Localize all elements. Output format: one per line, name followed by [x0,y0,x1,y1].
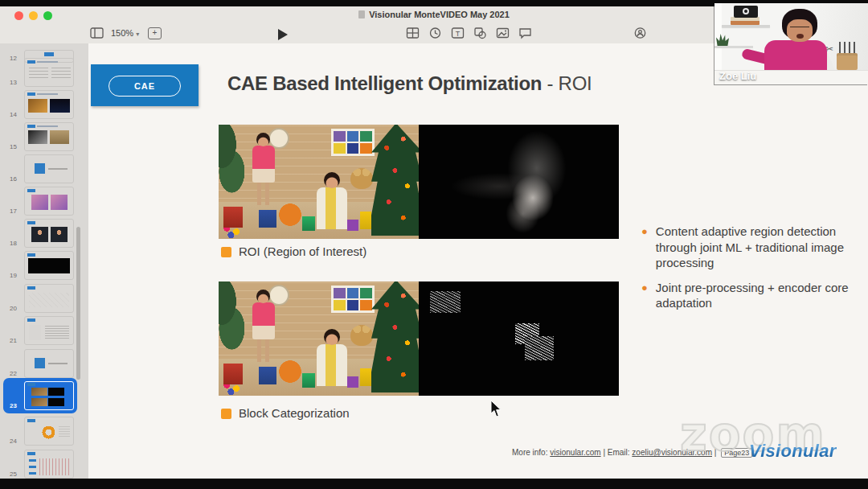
thumbnail-preview [24,122,74,151]
bullet-item: ●Joint pre-processing + encoder core ada… [641,280,863,311]
view-sidebar-toggle-button[interactable] [90,27,104,39]
thumbnail-preview [24,58,74,87]
block-categorization-map [419,281,619,396]
thumbnail-preview [24,90,74,119]
slide-thumbnail-21[interactable]: 21 [3,314,77,347]
camera-prop-icon [734,6,758,18]
cae-badge[interactable]: CAE [91,64,199,106]
orange-square-bullet [221,409,231,419]
play-button[interactable] [278,29,288,40]
block-patch [430,291,461,313]
christmas-scene-photo [219,281,419,396]
slide-title[interactable]: CAE Based Intelligent Optimization - ROI [227,72,592,95]
bullet-item: ●Content adaptive region detection throu… [641,224,863,271]
roi-label[interactable]: ROI (Region of Interest) [221,244,366,258]
slide-thumbnail-25[interactable]: 25 [3,448,77,479]
thumbnail-preview [24,316,74,345]
slide-thumbnail-22[interactable]: 22 [3,347,77,380]
slide-thumbnail-23-selected[interactable]: 23 [3,378,77,413]
roi-saliency-map [419,125,619,239]
bullet-dot: ● [641,224,648,271]
slide-thumbnail-19[interactable]: 19 [3,249,77,281]
webcam-shelf [714,46,753,48]
bullet-dot: ● [641,280,648,311]
visionular-logo: Visionular [749,441,837,462]
roi-figure[interactable] [219,125,619,239]
slide-thumbnail-20[interactable]: 20 [3,282,77,314]
slide-thumbnail-17[interactable]: 17 [3,185,77,217]
block-categorization-label[interactable]: Block Categorization [221,406,350,420]
block-categorization-figure[interactable] [219,281,619,396]
webcam-desk-organizer [837,53,858,70]
table-icon[interactable] [406,27,420,39]
christmas-scene-photo [219,125,419,239]
slide-thumbnail-16[interactable]: 16 [3,153,77,185]
slide-thumbnail-18[interactable]: 18 [3,217,77,249]
comment-icon[interactable] [518,27,532,39]
zoom-level-dropdown[interactable]: 150%▾ [111,28,139,38]
slide-thumbnail-24[interactable]: 24 [3,415,77,447]
thumbnail-preview [24,251,74,280]
webcam-shelf [722,25,770,27]
collaborate-icon[interactable] [633,27,647,39]
thumbnail-preview [24,450,74,479]
chart-clock-icon[interactable] [428,27,442,39]
email-link[interactable]: zoeliu@visionular.com [632,448,712,457]
slide-footer: More info: visionular.com | Email: zoeli… [512,448,752,458]
orange-square-bullet [221,247,231,257]
cae-badge-label: CAE [108,76,181,97]
text-box-icon[interactable]: T [451,27,465,39]
mouse-cursor [490,401,503,418]
letterbox-bottom [0,479,868,489]
presenter-face [787,19,813,42]
thumbnail-preview [24,154,74,183]
sidebar-scrollbar[interactable] [76,227,80,380]
presenter-video[interactable]: ✂ Zoe Liu [714,3,868,84]
webcam-pencils [839,42,855,53]
block-patch [525,336,554,360]
slide-thumbnail-13[interactable]: 13 [3,56,77,88]
thumbnail-preview [24,284,74,313]
media-icon[interactable] [496,27,510,39]
visionular-site-link[interactable]: visionular.com [550,448,600,457]
webcam-books [731,17,760,25]
thumbnail-preview [24,417,74,446]
photo-presents-buckets [219,125,419,239]
bullet-list[interactable]: ●Content adaptive region detection throu… [641,224,863,320]
photo-presents-buckets [219,281,419,396]
svg-text:T: T [456,30,461,38]
thumbnail-preview [24,187,74,216]
slide-navigator-sidebar: 12 13 14 15 16 17 18 19 20 21 22 23 24 2… [0,43,89,479]
presenter-name-label: Zoe Liu [719,70,756,82]
chevron-down-icon: ▾ [136,31,139,38]
page-number: Page23 [721,448,752,458]
document-icon [358,10,365,18]
thumbnail-preview [24,381,74,410]
add-slide-button[interactable]: + [148,27,162,39]
thumbnail-preview [24,349,74,378]
shapes-icon[interactable] [473,27,487,39]
slide-canvas: CAE CAE Based Intelligent Optimization -… [88,43,868,479]
thumbnail-preview [24,219,74,248]
slide-thumbnail-14[interactable]: 14 [3,88,77,121]
slide-thumbnail-15[interactable]: 15 [3,121,77,153]
